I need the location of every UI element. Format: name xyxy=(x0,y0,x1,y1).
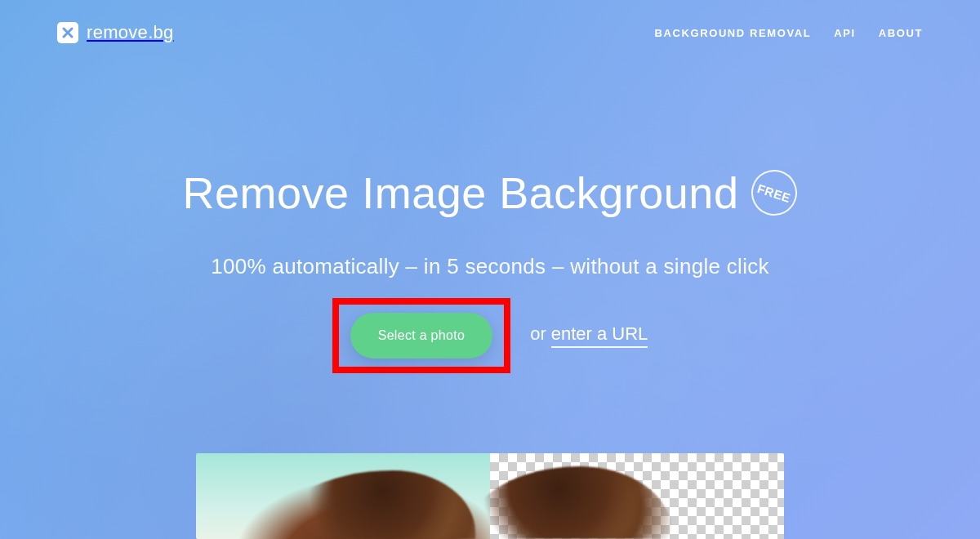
demo-image-original xyxy=(196,453,490,539)
nav-link-about[interactable]: ABOUT xyxy=(879,27,923,39)
title-row: Remove Image Background FREE xyxy=(183,167,798,218)
subtitle: 100% automatically – in 5 seconds – with… xyxy=(0,254,980,279)
free-badge: FREE xyxy=(746,164,804,222)
or-prefix: or xyxy=(530,323,546,345)
nav-link-background-removal[interactable]: BACKGROUND REMOVAL xyxy=(655,27,812,39)
page-title: Remove Image Background xyxy=(183,167,739,218)
demo-image xyxy=(196,453,784,539)
select-photo-button[interactable]: Select a photo xyxy=(350,313,493,359)
nav-link-api[interactable]: API xyxy=(834,27,855,39)
cta-row: Select a photo or enter a URL xyxy=(0,298,980,373)
brand-link[interactable]: remove.bg xyxy=(57,22,174,43)
enter-url-link[interactable]: enter a URL xyxy=(551,323,648,348)
brand-name: remove.bg xyxy=(87,22,174,43)
main-nav: BACKGROUND REMOVAL API ABOUT xyxy=(655,27,923,39)
page: remove.bg BACKGROUND REMOVAL API ABOUT R… xyxy=(0,0,980,539)
hero: Remove Image Background FREE 100% automa… xyxy=(0,167,980,279)
brand-logo-icon xyxy=(57,22,78,43)
annotation-highlight-box: Select a photo xyxy=(332,298,511,373)
demo-image-transparent xyxy=(490,453,784,539)
or-enter-url-text: or enter a URL xyxy=(530,323,648,348)
header: remove.bg BACKGROUND REMOVAL API ABOUT xyxy=(0,0,980,65)
